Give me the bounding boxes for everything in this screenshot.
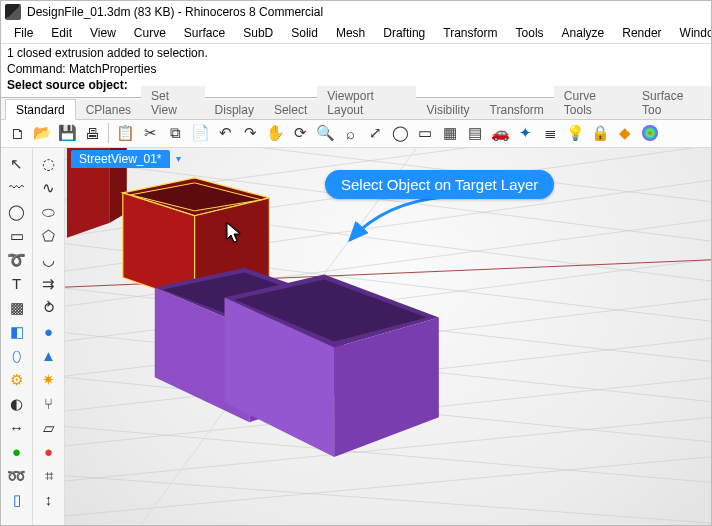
sphere-icon[interactable]: ● <box>37 320 61 344</box>
window-title: DesignFile_01.3dm (83 KB) - Rhinoceros 8… <box>27 5 323 19</box>
pointer-icon[interactable]: ↖ <box>5 152 29 176</box>
curve-icon[interactable]: ➰ <box>5 248 29 272</box>
boolean-icon[interactable]: ◐ <box>5 392 29 416</box>
spline-icon[interactable]: ∿ <box>37 176 61 200</box>
tab-visibility[interactable]: Visibility <box>416 100 479 119</box>
toolbar-tabstrip: Standard CPlanes Set View Display Select… <box>1 98 711 120</box>
dim-icon[interactable]: ↕ <box>37 488 61 512</box>
lasso-icon[interactable]: ◌ <box>37 152 61 176</box>
pipe-icon[interactable]: ▯ <box>5 488 29 512</box>
zoom-extents-icon[interactable]: ⤢ <box>363 121 387 145</box>
arc-icon[interactable]: ◡ <box>37 248 61 272</box>
save-icon[interactable]: 💾 <box>55 121 79 145</box>
menu-subd[interactable]: SubD <box>234 24 282 42</box>
menu-surface[interactable]: Surface <box>175 24 234 42</box>
viewport-tabs: StreetView_01* ▾ <box>71 148 186 170</box>
axis-icon[interactable]: ↔ <box>5 416 29 440</box>
layers-icon[interactable]: ≣ <box>538 121 562 145</box>
tab-viewport-layout[interactable]: Viewport Layout <box>317 86 416 119</box>
rect-icon[interactable]: ▭ <box>5 224 29 248</box>
new-icon[interactable]: 🗋 <box>5 121 29 145</box>
menubar: File Edit View Curve Surface SubD Solid … <box>1 23 711 43</box>
cone-icon[interactable]: ▲ <box>37 344 61 368</box>
annotation-callout: Select Object on Target Layer <box>325 170 554 199</box>
menu-analyze[interactable]: Analyze <box>553 24 614 42</box>
titlebar: DesignFile_01.3dm (83 KB) - Rhinoceros 8… <box>1 1 711 23</box>
viewport-tab-active[interactable]: StreetView_01* <box>71 150 170 168</box>
zoom-window-icon[interactable]: ⌕ <box>338 121 362 145</box>
grid-4view-icon[interactable]: ▤ <box>463 121 487 145</box>
dot-icon[interactable]: ● <box>5 440 29 464</box>
cylinder-icon[interactable]: ⬯ <box>5 344 29 368</box>
copy-icon[interactable]: ⧉ <box>163 121 187 145</box>
tab-standard[interactable]: Standard <box>5 99 76 120</box>
box-icon[interactable]: ◧ <box>5 320 29 344</box>
select-all-icon[interactable]: ▦ <box>438 121 462 145</box>
menu-view[interactable]: View <box>81 24 125 42</box>
ellipse-icon[interactable]: ⬭ <box>37 200 61 224</box>
render-swatch-icon[interactable] <box>638 121 662 145</box>
rotate-view-icon[interactable]: ⟳ <box>288 121 312 145</box>
zoom-icon[interactable]: 🔍 <box>313 121 337 145</box>
spiral-icon[interactable]: ➿ <box>5 464 29 488</box>
viewport[interactable]: StreetView_01* ▾ <box>65 148 711 526</box>
command-history-line: 1 closed extrusion added to selection. <box>7 45 705 61</box>
plane-icon[interactable]: ▱ <box>37 416 61 440</box>
text-icon[interactable]: T <box>5 272 29 296</box>
app-logo-icon <box>5 4 21 20</box>
print-icon[interactable]: 🖶 <box>80 121 104 145</box>
menu-tools[interactable]: Tools <box>507 24 553 42</box>
offset-icon[interactable]: ⇉ <box>37 272 61 296</box>
polygon-icon[interactable]: ⬠ <box>37 224 61 248</box>
tab-display[interactable]: Display <box>205 100 264 119</box>
menu-drafting[interactable]: Drafting <box>374 24 434 42</box>
tab-surface-tools[interactable]: Surface Too <box>632 86 711 119</box>
lock-icon[interactable]: 🔒 <box>588 121 612 145</box>
tab-transform[interactable]: Transform <box>480 100 554 119</box>
paste-icon[interactable]: 📄 <box>188 121 212 145</box>
menu-curve[interactable]: Curve <box>125 24 175 42</box>
pan-icon[interactable]: ✋ <box>263 121 287 145</box>
workarea: ↖ 〰 ◯ ▭ ➰ T ▩ ◧ ⬯ ⚙ ◐ ↔ ● ➿ ▯ ◌ ∿ ⬭ ⬠ ◡ … <box>1 148 711 526</box>
separator-icon <box>108 123 109 143</box>
menu-file[interactable]: File <box>5 24 42 42</box>
main-toolbar: 🗋 📂 💾 🖶 📋 ✂ ⧉ 📄 ↶ ↷ ✋ ⟳ 🔍 ⌕ ⤢ ◯ ▭ ▦ ▤ 🚗 … <box>1 120 711 148</box>
tab-select[interactable]: Select <box>264 100 317 119</box>
mirror-icon[interactable]: ● <box>37 440 61 464</box>
tab-set-view[interactable]: Set View <box>141 86 205 119</box>
axes-icon[interactable]: ✦ <box>513 121 537 145</box>
clipboard-icon[interactable]: 📋 <box>113 121 137 145</box>
command-history-line: Command: MatchProperties <box>7 61 705 77</box>
cut-icon[interactable]: ✂ <box>138 121 162 145</box>
menu-mesh[interactable]: Mesh <box>327 24 374 42</box>
revolve-icon[interactable]: ⥁ <box>37 296 61 320</box>
svg-point-0 <box>642 125 658 141</box>
circle-icon[interactable]: ◯ <box>5 200 29 224</box>
purple-box-right[interactable] <box>225 274 439 456</box>
viewport-menu-dropdown-icon[interactable]: ▾ <box>172 150 186 168</box>
materials-icon[interactable]: ◆ <box>613 121 637 145</box>
zoom-selected-icon[interactable]: ◯ <box>388 121 412 145</box>
left-toolbar-a: ↖ 〰 ◯ ▭ ➰ T ▩ ◧ ⬯ ⚙ ◐ ↔ ● ➿ ▯ <box>1 148 33 526</box>
light-icon[interactable]: 💡 <box>563 121 587 145</box>
menu-render[interactable]: Render <box>613 24 670 42</box>
select-icon[interactable]: ▭ <box>413 121 437 145</box>
undo-icon[interactable]: ↶ <box>213 121 237 145</box>
menu-solid[interactable]: Solid <box>282 24 327 42</box>
polyline-icon[interactable]: 〰 <box>5 176 29 200</box>
mesh-icon[interactable]: ▩ <box>5 296 29 320</box>
left-toolbar-b: ◌ ∿ ⬭ ⬠ ◡ ⇉ ⥁ ● ▲ ✷ ⑂ ▱ ● ⌗ ↕ <box>33 148 65 526</box>
car-icon[interactable]: 🚗 <box>488 121 512 145</box>
menu-transform[interactable]: Transform <box>434 24 506 42</box>
split-icon[interactable]: ⑂ <box>37 392 61 416</box>
tab-curve-tools[interactable]: Curve Tools <box>554 86 632 119</box>
burst-icon[interactable]: ✷ <box>37 368 61 392</box>
menu-edit[interactable]: Edit <box>42 24 81 42</box>
tab-cplanes[interactable]: CPlanes <box>76 100 141 119</box>
cage-icon[interactable]: ⌗ <box>37 464 61 488</box>
gear-icon[interactable]: ⚙ <box>5 368 29 392</box>
redo-icon[interactable]: ↷ <box>238 121 262 145</box>
menu-window[interactable]: Window <box>671 24 712 42</box>
annotation-arrow-icon <box>345 192 465 252</box>
open-icon[interactable]: 📂 <box>30 121 54 145</box>
